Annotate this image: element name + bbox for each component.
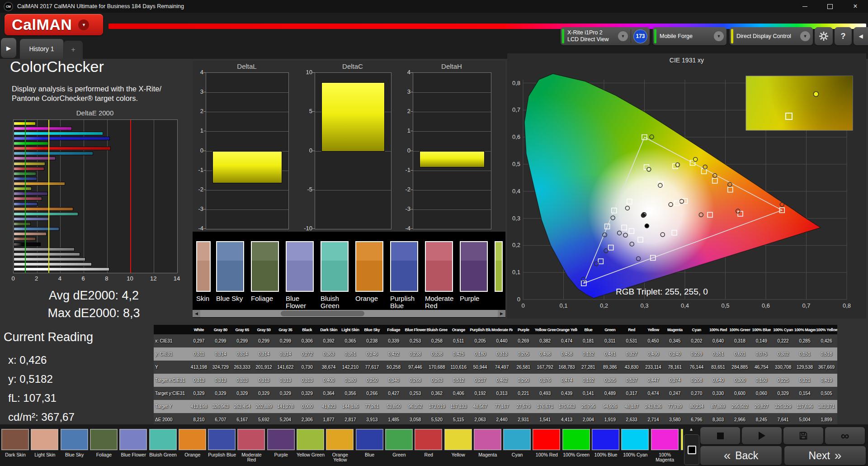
- table-cell: 48,187: [621, 400, 642, 413]
- table-cell: 0,505: [816, 387, 837, 400]
- patch-tile-red[interactable]: [415, 429, 442, 450]
- strip-swatch-purple[interactable]: [460, 241, 488, 292]
- meter-dropdown[interactable]: X-Rite i1Pro 2LCD Direct View ▼ 173: [561, 27, 650, 45]
- patch-tile-yellow-green[interactable]: [297, 429, 324, 450]
- patch-tile-magenta[interactable]: [474, 429, 501, 450]
- add-tab-button[interactable]: +: [64, 41, 83, 59]
- chevron-down-icon[interactable]: ▼: [800, 31, 810, 41]
- deltae-x-tick: 14: [174, 275, 180, 282]
- strip-swatch-moderate-red[interactable]: [425, 241, 453, 292]
- strip-swatch-orange[interactable]: [355, 241, 383, 292]
- patch-tile-blue-sky[interactable]: [61, 429, 88, 450]
- loop-button[interactable]: ∞: [825, 427, 865, 444]
- stop-button[interactable]: [700, 427, 740, 444]
- gridline: [413, 112, 491, 112]
- deltae-bar-blue-flower: [14, 217, 49, 221]
- patch-scroll-up-button[interactable]: ▲: [684, 425, 699, 433]
- patch-tile-dark-skin[interactable]: [1, 429, 29, 450]
- y-tick: [410, 131, 413, 131]
- column-header-light-skin: Light Skin: [340, 325, 361, 334]
- table-cell: 0,305: [599, 374, 621, 387]
- pattern-window-button[interactable]: [684, 434, 699, 465]
- patch-tile-orange-yellow[interactable]: [326, 429, 354, 450]
- patch-tile-100-magenta[interactable]: [651, 429, 679, 450]
- table-cell: 0,297: [188, 334, 210, 347]
- table-cell: 0,365: [340, 334, 361, 347]
- next-button[interactable]: Next »: [784, 446, 866, 465]
- chevron-down-icon[interactable]: ▼: [618, 31, 628, 41]
- strip-swatch-purplish-blue[interactable]: [390, 241, 418, 292]
- patch-tile-moderate-red[interactable]: [237, 429, 265, 450]
- save-button[interactable]: [783, 427, 823, 444]
- table-cell: 0,270: [686, 387, 708, 400]
- table-cell: 0,440: [491, 334, 513, 347]
- chevron-down-icon[interactable]: ▼: [714, 31, 724, 41]
- patch-tile-orange[interactable]: [179, 429, 206, 450]
- column-header-white: White: [188, 325, 210, 334]
- strip-swatch-skin[interactable]: [196, 241, 211, 292]
- deltae-summary: Avg dE2000: 4,2 Max dE2000: 8,3: [9, 287, 179, 322]
- strip-swatch-partial[interactable]: [495, 241, 503, 292]
- back-button[interactable]: « Back: [700, 446, 782, 465]
- strip-swatch-label: Purplish Blue: [390, 295, 424, 309]
- table-cell: 0,537: [621, 374, 642, 387]
- sidebar-expand-button[interactable]: ▶: [1, 38, 16, 58]
- patch-tile-purplish-blue[interactable]: [208, 429, 236, 450]
- patch-tile-partial[interactable]: [681, 429, 683, 450]
- patch-tile-blue[interactable]: [356, 429, 383, 450]
- calman-menu-button[interactable]: CalMAN ▼: [5, 14, 103, 35]
- strip-swatch-blue-flower[interactable]: [286, 241, 314, 292]
- next-label: Next: [809, 450, 830, 462]
- table-cell: 0,462: [491, 374, 513, 387]
- patch-tile-label: Yellow: [443, 452, 473, 457]
- table-cell: 38,674: [318, 361, 340, 374]
- patch-tile-100-green[interactable]: [562, 429, 590, 450]
- scroll-left-arrow-icon[interactable]: ◀: [193, 310, 200, 317]
- table-cell: 0,338: [426, 347, 448, 361]
- strip-swatch-foliage[interactable]: [251, 241, 279, 292]
- patch-tile-cyan[interactable]: [503, 429, 531, 450]
- close-button[interactable]: ×: [843, 0, 868, 13]
- help-button[interactable]: ?: [835, 27, 852, 45]
- strip-swatch-bluish-green[interactable]: [321, 241, 349, 292]
- table-cell: 324,729: [210, 361, 231, 374]
- minimize-button[interactable]: [792, 0, 817, 13]
- play-button[interactable]: [742, 427, 782, 444]
- patch-tile-blue-flower[interactable]: [119, 429, 147, 450]
- row-label: y: CIE31: [154, 347, 188, 361]
- patch-tile-100-red[interactable]: [533, 429, 560, 450]
- column-header-blue-sky: Blue Sky: [361, 325, 383, 334]
- table-cell: 0,202: [686, 334, 708, 347]
- patch-tile-purple[interactable]: [267, 429, 295, 450]
- tab-history-1[interactable]: History 1: [20, 39, 64, 59]
- max-de2000-value: Max dE2000: 8,3: [9, 304, 179, 322]
- maximize-button[interactable]: [817, 0, 843, 13]
- patch-tile-bluish-green[interactable]: [149, 429, 177, 450]
- svg-text:0,1: 0,1: [559, 302, 567, 309]
- table-cell: 0,299: [231, 334, 253, 347]
- table-cell: 41,623: [318, 400, 340, 413]
- patch-tile-100-cyan[interactable]: [621, 429, 649, 450]
- panel-collapse-button[interactable]: ◀: [854, 27, 868, 45]
- scrollbar-thumb[interactable]: [281, 311, 364, 316]
- pattern-source-dropdown[interactable]: Mobile Forge ▼: [653, 27, 726, 45]
- settings-button[interactable]: [815, 27, 833, 45]
- table-cell: 117,696: [794, 400, 816, 413]
- patch-tile-foliage[interactable]: [90, 429, 118, 450]
- table-cell: 0,640: [708, 334, 729, 347]
- patch-strip-scrollbar[interactable]: ◀ ▶: [193, 310, 505, 317]
- patch-tile-100-blue[interactable]: [592, 429, 619, 450]
- y-tick-label: -1: [193, 166, 203, 173]
- gridline: [206, 209, 288, 210]
- scroll-right-arrow-icon[interactable]: ▶: [498, 310, 505, 317]
- svg-text:0,5: 0,5: [512, 161, 520, 167]
- strip-swatch-blue-sky[interactable]: [216, 241, 244, 292]
- patch-tile-green[interactable]: [385, 429, 413, 450]
- save-icon: [798, 431, 808, 441]
- table-cell: 0,339: [383, 334, 405, 347]
- patch-tile-yellow[interactable]: [444, 429, 472, 450]
- patch-tile-label: Orange: [178, 452, 208, 457]
- patch-tile-light-skin[interactable]: [31, 429, 58, 450]
- table-cell: 48,567: [469, 400, 491, 413]
- display-control-dropdown[interactable]: Direct Display Control ▼: [730, 27, 813, 45]
